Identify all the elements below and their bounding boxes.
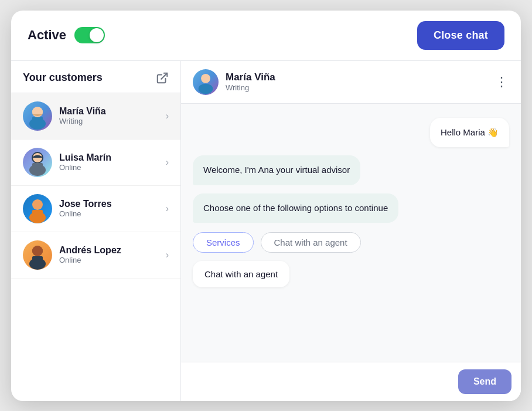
- message-bubble: Welcome, I'm Ana your virtual advisor: [193, 155, 360, 185]
- close-chat-button[interactable]: Close chat: [417, 21, 504, 50]
- customer-item[interactable]: Andrés Lopez Online ›: [11, 232, 180, 278]
- chevron-right-icon: ›: [166, 203, 169, 214]
- chat-header: María Viña Writing ⋮: [181, 61, 521, 104]
- chat-avatar: [193, 69, 219, 95]
- active-label: Active: [28, 28, 66, 43]
- customer-info: Andrés Lopez Online: [59, 245, 159, 264]
- avatar: [23, 194, 52, 223]
- top-bar: Active Close chat: [11, 11, 521, 61]
- customer-info: Luisa Marín Online: [59, 152, 159, 172]
- customer-item[interactable]: Luisa Marín Online ›: [11, 140, 180, 186]
- left-panel-header: Your customers: [11, 61, 180, 93]
- chevron-right-icon: ›: [166, 157, 169, 168]
- chat-user-info: María Viña Writing: [226, 72, 275, 92]
- active-section: Active: [28, 27, 105, 43]
- chat-agent-option-button[interactable]: Chat with an agent: [261, 232, 361, 253]
- message-bubble: Choose one of the following options to c…: [193, 193, 398, 223]
- options-row: Services Chat with an agent: [193, 232, 361, 253]
- right-panel: María Viña Writing ⋮ Hello Maria 👋 Welco…: [181, 61, 521, 401]
- customer-name: Jose Torres: [59, 199, 159, 209]
- svg-point-16: [201, 73, 210, 83]
- chat-header-status: Writing: [226, 83, 275, 92]
- chat-header-name: María Viña: [226, 72, 275, 83]
- customer-info: María Viña Writing: [59, 106, 159, 125]
- customer-name: Andrés Lopez: [59, 245, 159, 256]
- avatar: [23, 240, 52, 270]
- customer-status: Online: [59, 209, 159, 218]
- customer-item[interactable]: María Viña Writing ›: [11, 93, 180, 140]
- chevron-right-icon: ›: [166, 111, 169, 121]
- svg-point-17: [199, 83, 213, 94]
- more-options-icon[interactable]: ⋮: [495, 74, 509, 90]
- svg-line-0: [161, 73, 167, 79]
- message-bubble: Hello Maria 👋: [430, 118, 509, 148]
- main-content: Your customers: [11, 61, 521, 401]
- svg-rect-3: [32, 117, 43, 124]
- customer-name: Luisa Marín: [59, 152, 159, 163]
- your-customers-label: Your customers: [23, 72, 103, 84]
- toggle-knob: [90, 28, 104, 42]
- customer-status: Online: [59, 256, 159, 264]
- export-icon[interactable]: [156, 72, 169, 84]
- services-option-button[interactable]: Services: [193, 232, 254, 253]
- customer-item[interactable]: Jose Torres Online ›: [11, 186, 180, 232]
- avatar: [23, 148, 52, 177]
- svg-rect-11: [32, 210, 43, 218]
- chat-header-left: María Viña Writing: [193, 69, 275, 95]
- avatar: [23, 101, 52, 131]
- svg-rect-8: [32, 163, 43, 170]
- send-button[interactable]: Send: [458, 369, 511, 394]
- active-toggle[interactable]: [74, 27, 105, 43]
- customer-status: Writing: [59, 117, 159, 125]
- customer-name: María Viña: [59, 106, 159, 117]
- customer-info: Jose Torres Online: [59, 199, 159, 218]
- chevron-right-icon: ›: [166, 250, 169, 260]
- svg-point-15: [32, 246, 43, 256]
- svg-rect-14: [32, 256, 43, 264]
- chat-input-area: Send: [181, 362, 521, 401]
- user-message-bubble: Chat with an agent: [193, 261, 289, 287]
- svg-point-9: [32, 199, 43, 210]
- chat-messages: Hello Maria 👋 Welcome, I'm Ana your virt…: [181, 104, 521, 362]
- customer-status: Online: [59, 163, 159, 172]
- left-panel: Your customers: [11, 61, 181, 401]
- chat-input[interactable]: [190, 372, 452, 391]
- app-container: Active Close chat Your customers: [11, 11, 521, 401]
- customers-list: María Viña Writing ›: [11, 93, 180, 401]
